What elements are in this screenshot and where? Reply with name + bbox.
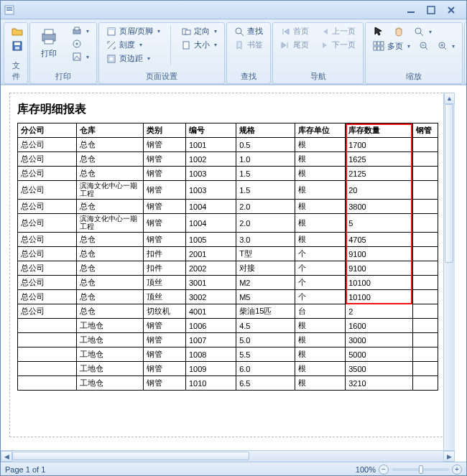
vertical-scrollbar[interactable]: ▲ ▼ (443, 93, 455, 462)
table-cell (412, 214, 438, 233)
table-row: 工地仓钢管10096.0根3500 (18, 362, 438, 376)
vscroll-thumb[interactable] (445, 104, 453, 263)
group-nav-label: 导航 (277, 70, 359, 83)
horizontal-scrollbar[interactable]: ◀ ▶ (1, 450, 455, 462)
table-cell: 总仓 (76, 290, 144, 304)
print-options-button[interactable] (69, 38, 85, 50)
svg-rect-27 (381, 42, 384, 45)
table-cell: 总公司 (18, 276, 77, 290)
table-cell: 1001 (185, 138, 236, 152)
table-cell: 钢管 (144, 214, 186, 233)
svg-point-14 (76, 43, 78, 45)
hand-tool-button[interactable] (390, 25, 407, 38)
zoom-out-button[interactable] (416, 40, 432, 52)
table-cell: 扣件 (144, 247, 186, 261)
table-row: 工地仓钢管10064.5根1600 (18, 319, 438, 333)
table-cell: 顶丝 (144, 276, 186, 290)
table-cell: 根 (295, 347, 346, 362)
first-page-button[interactable]: 首页 (277, 25, 312, 37)
table-cell: 根 (295, 333, 346, 347)
print-button[interactable]: 打印 (34, 25, 63, 60)
table-cell (412, 261, 438, 276)
group-find-label: 查找 (231, 70, 266, 83)
titlebar (1, 1, 466, 19)
table-cell: 工地仓 (76, 376, 144, 391)
zoom-plus-button[interactable]: + (452, 465, 462, 475)
margin-button[interactable]: 页边距▾ (103, 52, 153, 65)
table-cell: 钢管 (144, 319, 186, 333)
next-page-button[interactable]: 下一页 (318, 39, 359, 51)
zoom-dropdown[interactable]: ▾ (435, 40, 458, 52)
table-cell: 5000 (346, 347, 413, 362)
table-cell: 根 (295, 200, 346, 214)
table-cell: 总公司 (18, 290, 77, 304)
scroll-up-button[interactable]: ▲ (444, 93, 455, 104)
svg-rect-29 (377, 47, 380, 50)
group-zoom-label: 缩放 (370, 70, 458, 83)
close-button[interactable] (443, 4, 459, 16)
table-cell: 钢管 (144, 362, 186, 376)
table-cell: 总公司 (18, 200, 77, 214)
table-cell: 1700 (346, 138, 413, 152)
svg-rect-26 (377, 42, 380, 45)
table-row: 总公司总仓钢管10053.0根4705 (18, 233, 438, 247)
size-button[interactable]: 大小▾ (178, 39, 220, 51)
table-cell: 6.0 (236, 362, 295, 376)
table-row: 工地仓钢管10075.0根3000 (18, 333, 438, 347)
save-button[interactable] (9, 39, 26, 52)
svg-point-24 (415, 28, 421, 34)
table-cell: 3500 (346, 362, 413, 376)
table-cell (412, 376, 438, 391)
group-nav: 首页 尾页 上一页 下一页 导航 (272, 22, 364, 84)
table-cell: 总仓 (76, 167, 144, 181)
table-cell: 根 (295, 138, 346, 152)
scroll-left-button[interactable]: ◀ (1, 451, 12, 462)
table-cell (412, 333, 438, 347)
zoom-minus-button[interactable]: − (379, 465, 389, 475)
table-cell: T型 (236, 247, 295, 261)
magnifier-tool-button[interactable]: ▾ (410, 25, 435, 38)
print-watermark-button[interactable]: ▾ (69, 51, 92, 62)
table-cell: 总公司 (18, 167, 77, 181)
table-cell: 2001 (185, 247, 236, 261)
report-title: 库存明细报表 (17, 102, 438, 117)
table-cell: 5.5 (236, 347, 295, 362)
group-bgcolor: ▾ 背景色 (464, 22, 467, 84)
table-cell: 台 (295, 304, 346, 319)
table-cell: 1.0 (236, 152, 295, 167)
table-cell: 1.5 (236, 181, 295, 200)
col-header: 分公司 (18, 123, 77, 138)
table-cell: 根 (295, 376, 346, 391)
table-cell: 个 (295, 247, 346, 261)
table-cell (18, 333, 77, 347)
bookmark-button[interactable]: 书签 (231, 39, 266, 51)
svg-rect-17 (108, 28, 115, 30)
svg-rect-12 (75, 27, 79, 30)
table-cell: 总公司 (18, 181, 77, 200)
orientation-button[interactable]: 定向▾ (178, 25, 220, 37)
svg-rect-2 (6, 9, 12, 11)
scale-button[interactable]: 刻度▾ (103, 39, 145, 51)
quick-print-button[interactable]: ▾ (69, 25, 92, 37)
table-cell: 总公司 (18, 138, 77, 152)
hscroll-thumb[interactable] (12, 452, 249, 460)
multipage-button[interactable]: 多页▾ (370, 39, 413, 52)
scroll-right-button[interactable]: ▶ (443, 451, 455, 462)
header-footer-button[interactable]: 页眉/页脚▾ (103, 25, 163, 37)
table-cell (412, 152, 438, 167)
open-button[interactable] (9, 25, 26, 38)
pointer-tool-button[interactable] (370, 25, 387, 38)
minimize-button[interactable] (403, 4, 419, 16)
table-row: 工地仓钢管10085.5根5000 (18, 347, 438, 362)
last-page-button[interactable]: 尾页 (277, 39, 312, 51)
prev-page-button[interactable]: 上一页 (318, 25, 359, 37)
maximize-button[interactable] (423, 4, 439, 16)
table-cell: 3001 (185, 276, 236, 290)
find-button[interactable]: 查找 (231, 25, 266, 37)
zoom-slider[interactable] (392, 468, 449, 471)
svg-rect-7 (15, 47, 19, 50)
table-cell: 3.0 (236, 233, 295, 247)
table-cell: 4705 (346, 233, 413, 247)
table-cell: 根 (295, 319, 346, 333)
table-cell: 1010 (185, 376, 236, 391)
